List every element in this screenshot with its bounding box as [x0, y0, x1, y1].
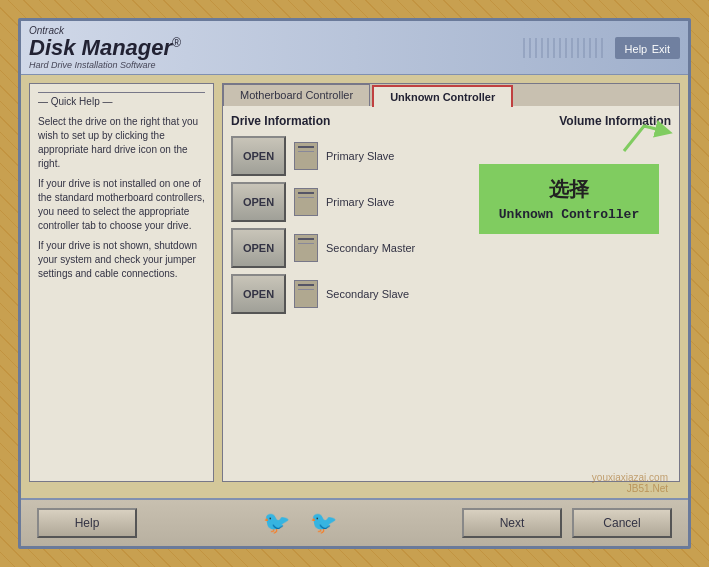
annotation-arrow — [614, 116, 674, 156]
drive-label-2: Secondary Master — [326, 242, 415, 254]
tab-bar: Motherboard Controller Unknown Controlle… — [223, 84, 679, 106]
drive-label-0: Primary Slave — [326, 150, 394, 162]
app-window: Ontrack Disk Manager® Hard Drive Install… — [18, 18, 691, 549]
right-panel: Motherboard Controller Unknown Controlle… — [222, 83, 680, 482]
annotation-title: 选择 — [495, 176, 643, 203]
footer-decoration: 🐦 — [263, 510, 290, 536]
app-branding: Ontrack Disk Manager® Hard Drive Install… — [29, 25, 181, 70]
tab-unknown-controller[interactable]: Unknown Controller — [372, 85, 513, 107]
annotation-box: 选择 Unknown Controller — [479, 164, 659, 234]
drive-label-3: Secondary Slave — [326, 288, 409, 300]
main-content: — Quick Help — Select the drive on the r… — [21, 75, 688, 490]
help-exit-bar: Help Exit — [615, 37, 680, 59]
open-button-1[interactable]: OPEN — [231, 182, 286, 222]
bottom-bar: Help 🐦 🐦 Next Cancel — [21, 498, 688, 546]
tab-motherboard-controller[interactable]: Motherboard Controller — [223, 84, 370, 106]
watermark-line1: youxiaxiazai.com — [592, 472, 668, 483]
table-row: OPEN Secondary Slave — [231, 274, 671, 314]
app-title: Disk Manager® — [29, 36, 181, 60]
next-button[interactable]: Next — [462, 508, 562, 538]
drive-label-1: Primary Slave — [326, 196, 394, 208]
quick-help-title: — Quick Help — — [38, 92, 205, 109]
panel-content: Drive Information Volume Information OPE… — [223, 106, 679, 481]
open-button-3[interactable]: OPEN — [231, 274, 286, 314]
decorative-pattern — [523, 38, 603, 58]
title-bar: Ontrack Disk Manager® Hard Drive Install… — [21, 21, 688, 75]
title-right: Help Exit — [523, 37, 680, 59]
cancel-button[interactable]: Cancel — [572, 508, 672, 538]
header-exit-link[interactable]: Exit — [652, 43, 670, 55]
quick-help-text: Select the drive on the right that you w… — [38, 115, 205, 281]
bottom-center: 🐦 🐦 — [263, 510, 337, 536]
help-para-1: Select the drive on the right that you w… — [38, 115, 205, 171]
watermark-line2: JB51.Net — [592, 483, 668, 494]
drive-info-header: Drive Information — [231, 114, 330, 128]
open-button-0[interactable]: OPEN — [231, 136, 286, 176]
drive-icon-2 — [294, 234, 318, 262]
help-button[interactable]: Help — [37, 508, 137, 538]
header-help-link[interactable]: Help — [625, 43, 648, 55]
drive-icon-0 — [294, 142, 318, 170]
quick-help-panel: — Quick Help — Select the drive on the r… — [29, 83, 214, 482]
app-subtitle: Hard Drive Installation Software — [29, 60, 181, 70]
panel-header: Drive Information Volume Information — [231, 114, 671, 128]
help-para-2: If your drive is not installed on one of… — [38, 177, 205, 233]
watermark: youxiaxiazai.com JB51.Net — [592, 472, 668, 494]
table-row: OPEN Secondary Master — [231, 228, 671, 268]
drive-icon-3 — [294, 280, 318, 308]
drive-icon-1 — [294, 188, 318, 216]
open-button-2[interactable]: OPEN — [231, 228, 286, 268]
annotation-text: Unknown Controller — [495, 207, 643, 222]
footer-decoration-2: 🐦 — [310, 510, 337, 536]
help-para-3: If your drive is not shown, shutdown you… — [38, 239, 205, 281]
